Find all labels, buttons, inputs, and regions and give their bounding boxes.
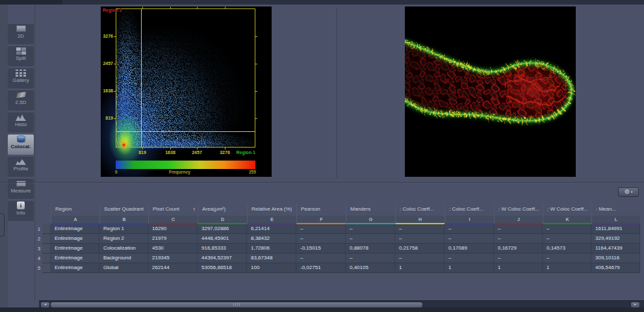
table-cell[interactable]: EntireImage: [51, 234, 99, 244]
sidebar-item-2d[interactable]: 2D: [8, 24, 34, 44]
table-cell[interactable]: 4448,45901: [198, 234, 247, 244]
table-cell[interactable]: 0,16729: [494, 244, 543, 254]
table-cell[interactable]: 1: [494, 263, 543, 273]
column-header-area[interactable]: Area(µm²): [198, 203, 247, 216]
column-header-w-coloc-coeff-1[interactable]: : W Coloc Coeff...: [494, 203, 543, 216]
sidebar-item-25d[interactable]: 2,5D: [8, 90, 34, 110]
table-cell[interactable]: 219345: [148, 254, 198, 263]
table-cell[interactable]: –: [346, 254, 395, 263]
table-cell[interactable]: –: [346, 224, 395, 234]
table-cell[interactable]: –: [494, 224, 543, 234]
column-letter[interactable]: E: [247, 216, 296, 224]
table-cell[interactable]: –: [543, 254, 591, 263]
sidebar-item-histo[interactable]: Histo: [8, 112, 34, 133]
column-header-region[interactable]: Region: [51, 203, 99, 216]
table-cell[interactable]: 406,54679: [591, 263, 640, 273]
column-header-w-coloc-coeff-2[interactable]: : W Coloc Coeff...: [543, 203, 591, 216]
sidebar-item-info[interactable]: i Info: [8, 201, 34, 221]
column-letter[interactable]: B: [99, 216, 148, 224]
table-cell[interactable]: -0,15015: [296, 244, 346, 254]
column-header-coloc-coeff-1[interactable]: : Coloc Coeff...: [395, 203, 444, 216]
sidebar-item-split[interactable]: Split: [8, 46, 34, 66]
table-cell[interactable]: 53056,86518: [198, 263, 247, 273]
table-cell[interactable]: 1164,47439: [591, 244, 640, 254]
horizontal-scrollbar[interactable]: ◂ ▸: [39, 300, 644, 307]
column-header-pearson[interactable]: Pearson: [296, 203, 346, 216]
table-cell[interactable]: 916,85333: [198, 244, 247, 254]
table-cell[interactable]: EntireImage: [51, 244, 99, 254]
column-letter[interactable]: G: [346, 216, 395, 224]
table-cell[interactable]: –: [543, 234, 591, 244]
table-cell[interactable]: 0,14573: [543, 244, 591, 254]
column-letter[interactable]: A: [51, 216, 99, 224]
table-cell[interactable]: –: [395, 254, 444, 263]
table-cell[interactable]: 0,21758: [395, 244, 444, 254]
table-cell[interactable]: –: [494, 254, 543, 263]
table-cell[interactable]: 0,40105: [346, 263, 395, 273]
table-cell[interactable]: –: [296, 224, 346, 234]
row-number[interactable]: 5: [36, 263, 42, 273]
table-cell[interactable]: Colocalization: [99, 244, 148, 254]
table-cell[interactable]: 309,10116: [591, 254, 640, 263]
column-letter[interactable]: I: [444, 216, 494, 224]
row-number[interactable]: 3: [36, 244, 42, 254]
table-cell[interactable]: EntireImage: [51, 263, 99, 273]
table-cell[interactable]: 100: [247, 263, 296, 273]
table-cell[interactable]: -0,02751: [296, 263, 346, 273]
table-cell[interactable]: –: [444, 234, 494, 244]
table-cell[interactable]: 8,38432: [247, 234, 296, 244]
table-cell[interactable]: 6,21414: [247, 224, 296, 234]
table-cell[interactable]: EntireImage: [51, 224, 99, 234]
table-cell[interactable]: –: [494, 234, 543, 244]
table-cell[interactable]: 1611,84991: [591, 224, 640, 234]
column-letter[interactable]: C: [148, 216, 198, 224]
table-cell[interactable]: 1: [444, 263, 494, 273]
column-letter[interactable]: H: [395, 216, 444, 224]
table-cell[interactable]: 0,17089: [444, 244, 494, 254]
column-letter[interactable]: J: [494, 216, 543, 224]
table-cell[interactable]: –: [346, 234, 395, 244]
column-letter[interactable]: D: [198, 216, 247, 224]
column-letter[interactable]: K: [543, 216, 591, 224]
table-cell[interactable]: –: [444, 224, 494, 234]
table-cell[interactable]: 1: [543, 263, 591, 273]
sidebar-item-profile[interactable]: Profile: [8, 157, 34, 177]
column-header-coloc-coeff-2[interactable]: : Coloc Coeff...: [444, 203, 494, 216]
table-cell[interactable]: Region 2: [99, 234, 148, 244]
table-cell[interactable]: 4530: [148, 244, 198, 254]
sidebar-item-gallery[interactable]: Gallery: [8, 68, 34, 88]
panel-collapse-handle[interactable]: [0, 213, 5, 237]
column-header-mean[interactable]: : Mean...: [591, 203, 640, 216]
microscopy-image-panel[interactable]: [405, 6, 576, 177]
table-cell[interactable]: 1,72806: [247, 244, 296, 254]
row-number[interactable]: 4: [36, 254, 42, 263]
table-cell[interactable]: 329,49192: [591, 234, 640, 244]
scattergram-panel[interactable]: Region 2 3276 2457 1638 819 819 1638 245…: [101, 6, 272, 177]
table-cell[interactable]: EntireImage: [51, 254, 99, 263]
table-cell[interactable]: 44394,52397: [198, 254, 247, 263]
table-cell[interactable]: –: [296, 234, 346, 244]
table-cell[interactable]: –: [395, 224, 444, 234]
table-cell[interactable]: Global: [99, 263, 148, 273]
table-cell[interactable]: –: [543, 224, 591, 234]
column-letter[interactable]: L: [591, 216, 640, 224]
table-cell[interactable]: 16290: [148, 224, 198, 234]
column-letter[interactable]: F: [296, 216, 346, 224]
column-header-scatter-quadrant[interactable]: Scatter Quadrant: [99, 203, 148, 216]
column-header-pixel-count[interactable]: Pixel Count ↑: [148, 203, 198, 216]
table-cell[interactable]: Background: [99, 254, 148, 263]
table-cell[interactable]: 21979: [148, 234, 198, 244]
table-options-button[interactable]: ⚙ ▾: [618, 187, 639, 197]
table-cell[interactable]: Region 1: [99, 224, 148, 234]
sidebar-item-colocal[interactable]: Colocal.: [8, 135, 34, 155]
table-cell[interactable]: –: [395, 234, 444, 244]
table-cell[interactable]: 0,88078: [346, 244, 395, 254]
row-number[interactable]: 1: [36, 224, 42, 234]
table-cell[interactable]: 1: [395, 263, 444, 273]
table-cell[interactable]: 262144: [148, 263, 198, 273]
table-cell[interactable]: –: [296, 254, 346, 263]
table-cell[interactable]: 83,67348: [247, 254, 296, 263]
table-cell[interactable]: 3297,02886: [198, 224, 247, 234]
column-header-manders[interactable]: Manders: [346, 203, 395, 216]
row-number[interactable]: 2: [36, 234, 42, 244]
